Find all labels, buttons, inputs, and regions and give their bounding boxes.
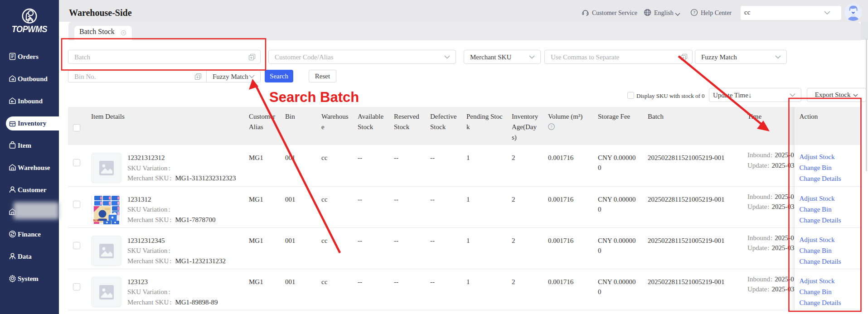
svg-text:?: ? [693, 10, 695, 15]
svg-text:N.M: N.M [93, 219, 99, 222]
svg-text:?: ? [551, 125, 553, 129]
